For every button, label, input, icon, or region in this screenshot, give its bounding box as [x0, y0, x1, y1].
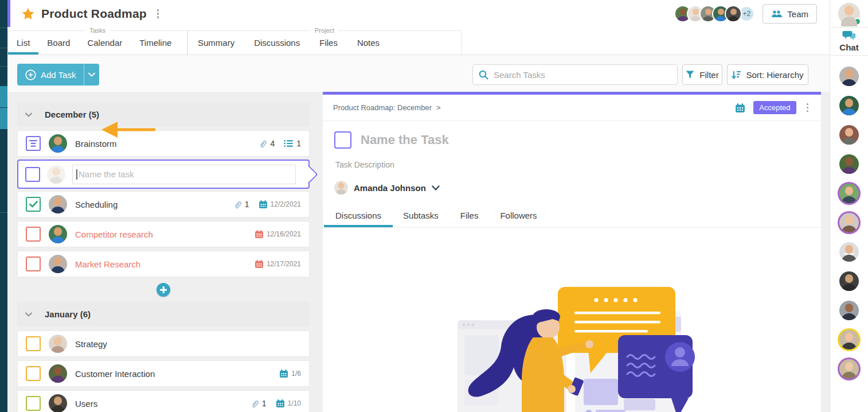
tab-files[interactable]: Files — [310, 31, 347, 55]
task-row-scheduling[interactable]: Scheduling 1 12/2/2021 — [17, 191, 310, 217]
inline-add-task-button[interactable] — [157, 283, 170, 297]
task-row-competitor-research[interactable]: Competitor research 12/16/2021 — [17, 221, 310, 247]
chat-button[interactable]: Chat — [830, 28, 868, 56]
group-title: January (6) — [45, 309, 91, 319]
tab-timeline[interactable]: Timeline — [131, 31, 180, 55]
chevron-down-icon[interactable] — [25, 112, 32, 117]
task-checkbox[interactable] — [26, 336, 41, 351]
task-name: Scheduling — [75, 200, 118, 209]
annotation-arrow — [99, 119, 159, 140]
tab-discussions[interactable]: Discussions — [244, 31, 310, 55]
task-row-brainstorm[interactable]: Brainstorm 4 1 — [17, 130, 310, 157]
add-task-dropdown[interactable] — [84, 64, 99, 85]
current-user-avatar[interactable] — [838, 3, 860, 25]
chevron-down-icon — [432, 185, 440, 191]
tab-board[interactable]: Board — [38, 31, 79, 55]
due-date: 12/17/2021 — [267, 260, 301, 268]
contact-avatar-initials[interactable]: JC — [839, 242, 859, 262]
project-tab-group: Project Summary Discussions Files Notes — [187, 30, 462, 55]
group-header-december[interactable]: December (5) — [17, 102, 310, 127]
task-checkbox[interactable] — [26, 366, 41, 381]
contact-avatar[interactable] — [839, 125, 859, 145]
task-checkbox-checked[interactable] — [26, 197, 41, 212]
contact-avatar[interactable] — [839, 359, 859, 379]
team-button[interactable]: Team — [763, 4, 817, 24]
task-row-market-research[interactable]: Market Research 12/17/2021 — [17, 251, 310, 277]
filter-funnel-icon — [686, 71, 694, 79]
new-task-row[interactable] — [17, 160, 310, 189]
task-checkbox[interactable] — [26, 256, 41, 271]
contact-avatar[interactable] — [839, 184, 859, 203]
contact-avatar[interactable] — [839, 154, 859, 174]
contact-avatar[interactable] — [839, 213, 859, 232]
task-name: Strategy — [75, 339, 107, 349]
search-tasks-box — [472, 64, 678, 85]
new-task-name-input[interactable] — [72, 165, 296, 184]
contact-avatar[interactable] — [839, 67, 859, 86]
detail-menu-icon[interactable] — [804, 101, 811, 115]
sort-button[interactable]: Sort: Hierarchy — [727, 64, 808, 85]
calendar-icon[interactable] — [735, 103, 745, 113]
detail-tab-files[interactable]: Files — [459, 205, 480, 227]
group-header-january[interactable]: January (6) — [17, 302, 310, 327]
tab-list[interactable]: List — [8, 31, 38, 55]
tasks-tab-group: Tasks List Board Calendar Timeline — [7, 30, 187, 55]
text-caret — [76, 169, 77, 180]
contact-avatar[interactable] — [839, 271, 859, 291]
breadcrumb[interactable]: Product Roadmap: December — [333, 103, 432, 112]
task-description-placeholder[interactable]: Task Description — [335, 160, 810, 169]
avatar[interactable] — [49, 255, 67, 273]
contact-avatar[interactable] — [839, 96, 859, 115]
avatar[interactable] — [49, 335, 67, 353]
task-checkbox[interactable] — [26, 227, 41, 242]
team-button-label: Team — [787, 9, 808, 19]
contact-avatar[interactable] — [839, 330, 859, 349]
tab-notes[interactable]: Notes — [347, 31, 389, 55]
avatar[interactable] — [49, 134, 67, 153]
status-badge[interactable]: Accepted — [753, 101, 796, 114]
avatar[interactable] — [725, 5, 742, 22]
current-user-cell[interactable] — [830, 0, 868, 28]
detail-tab-subtasks[interactable]: Subtasks — [402, 205, 440, 227]
search-icon — [479, 70, 488, 80]
task-checkbox[interactable] — [26, 136, 41, 151]
star-icon[interactable] — [22, 7, 34, 20]
detail-tab-discussions[interactable]: Discussions — [334, 205, 382, 227]
add-task-label: Add Task — [41, 70, 76, 80]
chevron-down-icon[interactable] — [25, 312, 32, 317]
search-input[interactable] — [494, 70, 671, 80]
avatar[interactable] — [49, 225, 67, 243]
detail-tab-bar: Discussions Subtasks Files Followers — [323, 205, 821, 228]
task-row-strategy[interactable]: Strategy — [17, 331, 310, 357]
filter-button[interactable]: Filter — [682, 64, 722, 85]
contact-avatar[interactable] — [839, 301, 859, 320]
member-avatar-stack[interactable]: +2 — [674, 5, 754, 22]
avatar[interactable] — [49, 195, 67, 213]
tab-calendar[interactable]: Calendar — [79, 31, 131, 55]
task-title-placeholder[interactable]: Name the Task — [361, 133, 449, 147]
assignee-name: Amanda Johnson — [354, 183, 426, 193]
collapsed-nav-strip[interactable] — [0, 0, 7, 412]
detail-tab-followers[interactable]: Followers — [499, 205, 538, 227]
task-detail-panel: Product Roadmap: December > Accepted Nam… — [323, 92, 821, 412]
task-row-users[interactable]: Users 1 1/10 — [17, 390, 310, 412]
detail-task-checkbox[interactable] — [334, 131, 351, 149]
add-task-button[interactable]: Add Task — [17, 64, 99, 85]
chat-sidebar: Chat JC — [830, 0, 868, 412]
task-checkbox[interactable] — [26, 396, 41, 411]
avatar[interactable] — [49, 364, 67, 383]
team-people-icon — [771, 10, 783, 18]
avatar[interactable] — [49, 394, 67, 412]
chat-icon — [842, 30, 856, 41]
nav-strip-highlight[interactable] — [0, 108, 7, 129]
attachment-count: 1 — [262, 399, 267, 408]
nav-strip-highlight[interactable] — [0, 86, 7, 107]
project-menu-icon[interactable] — [155, 7, 162, 21]
assignee-selector[interactable]: Amanda Johnson — [334, 181, 810, 195]
chat-contact-list: JC — [830, 56, 868, 412]
avatar — [334, 181, 348, 195]
new-task-checkbox[interactable] — [25, 167, 40, 182]
tab-summary[interactable]: Summary — [188, 31, 244, 55]
chat-label: Chat — [839, 42, 858, 52]
task-row-customer-interaction[interactable]: Customer Interaction 1/6 — [17, 360, 310, 387]
